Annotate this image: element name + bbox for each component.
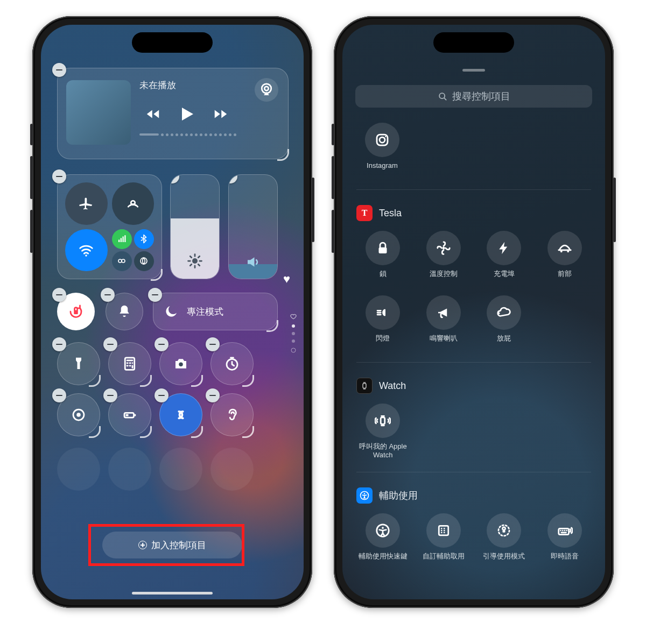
gallery-item-label: 放屁 <box>497 334 511 349</box>
empty-slot[interactable] <box>159 448 202 491</box>
gallery-item-fart[interactable]: 放屁 <box>476 295 532 349</box>
gallery-item-assistive-access[interactable]: 自訂輔助取用 <box>416 513 472 567</box>
svg-point-24 <box>380 137 385 143</box>
empty-slot[interactable] <box>57 448 100 491</box>
cellular-button[interactable] <box>112 229 132 249</box>
remove-icon[interactable] <box>206 337 220 351</box>
volume-slider[interactable] <box>228 174 278 279</box>
gallery-item-horn[interactable]: 鳴響喇叭 <box>416 295 472 349</box>
resize-handle-icon[interactable] <box>191 426 203 438</box>
screen-record-button[interactable] <box>57 393 100 436</box>
airdrop-button[interactable] <box>112 182 155 225</box>
satellite-button[interactable] <box>134 251 154 271</box>
resize-handle-icon[interactable] <box>242 426 254 438</box>
gallery-item-ping-watch[interactable]: 呼叫我的 Apple Watch <box>355 404 411 459</box>
rewind-icon[interactable] <box>145 106 161 122</box>
empty-slot[interactable] <box>210 448 254 491</box>
hearing-button[interactable] <box>210 393 254 436</box>
shazam-button[interactable] <box>159 393 202 436</box>
empty-slot-row <box>57 448 254 491</box>
search-input[interactable]: 搜尋控制項目 <box>355 85 592 108</box>
svg-point-3 <box>86 254 88 257</box>
home-indicator[interactable] <box>132 592 213 595</box>
resize-handle-icon[interactable] <box>266 320 278 332</box>
accessibility-icon <box>375 522 391 539</box>
now-playing-tile[interactable]: 未在播放 <box>57 68 289 159</box>
hotspot-button[interactable] <box>112 251 132 271</box>
resize-handle-icon[interactable] <box>89 375 101 387</box>
svg-rect-20 <box>135 414 136 416</box>
plus-icon <box>138 541 147 549</box>
remove-icon[interactable] <box>103 388 117 402</box>
low-power-button[interactable] <box>108 393 151 436</box>
shazam-icon <box>173 407 189 423</box>
airplane-mode-button[interactable] <box>65 182 108 225</box>
airplay-button[interactable] <box>255 78 278 102</box>
resize-handle-icon[interactable] <box>89 426 101 438</box>
remove-icon[interactable] <box>206 388 220 402</box>
divider <box>356 472 591 472</box>
grid-icon <box>436 522 452 539</box>
timer-icon <box>224 356 240 372</box>
resize-handle-icon[interactable] <box>242 375 254 387</box>
cellular-icon <box>117 234 127 244</box>
favorites-icon[interactable]: ♥ <box>283 272 290 286</box>
resize-handle-icon[interactable] <box>140 375 152 387</box>
gallery-item-instagram[interactable]: Instagram <box>355 123 409 176</box>
remove-icon[interactable] <box>52 288 66 302</box>
empty-slot[interactable] <box>108 448 151 491</box>
svg-rect-26 <box>379 247 387 253</box>
dynamic-island <box>433 32 514 53</box>
svg-point-8 <box>118 259 122 263</box>
remove-icon[interactable] <box>52 63 66 77</box>
remove-icon[interactable] <box>52 388 66 402</box>
svg-point-28 <box>560 250 563 252</box>
remove-icon[interactable] <box>228 174 237 183</box>
remove-icon[interactable] <box>103 337 117 351</box>
add-control-button[interactable]: 加入控制項目 <box>102 532 242 558</box>
rotation-lock-button[interactable] <box>57 293 95 330</box>
wifi-button[interactable] <box>65 229 108 272</box>
gallery-item-guided-access[interactable]: 引導使用模式 <box>476 513 532 567</box>
remove-icon[interactable] <box>170 174 179 183</box>
remove-icon[interactable] <box>155 388 168 402</box>
forward-icon[interactable] <box>213 106 229 122</box>
resize-handle-icon[interactable] <box>151 269 163 281</box>
bluetooth-button[interactable] <box>134 229 154 249</box>
remove-icon[interactable] <box>52 337 66 351</box>
svg-rect-7 <box>124 235 125 242</box>
timer-button[interactable] <box>210 342 254 385</box>
gallery-item-lock[interactable]: 鎖 <box>355 231 411 285</box>
play-icon[interactable] <box>177 104 196 124</box>
gallery-item-flash[interactable]: 閃燈 <box>355 295 411 349</box>
record-icon <box>71 407 87 423</box>
resize-handle-icon[interactable] <box>140 426 152 438</box>
progress-dots <box>139 133 279 136</box>
remove-icon[interactable] <box>148 288 162 302</box>
gallery-item-live-speech[interactable]: 即時語音 <box>537 513 593 567</box>
silent-mode-button[interactable] <box>106 293 143 330</box>
calculator-button[interactable] <box>108 342 151 385</box>
gallery-item-climate[interactable]: 溫度控制 <box>416 231 472 285</box>
camera-button[interactable] <box>159 342 202 385</box>
svg-point-35 <box>382 527 384 529</box>
remove-icon[interactable] <box>52 169 66 183</box>
phone-left: 未在播放 <box>32 16 312 608</box>
remove-icon[interactable] <box>101 288 115 302</box>
connectivity-tile[interactable] <box>57 174 162 279</box>
svg-point-22 <box>439 93 445 98</box>
gallery-item-frunk[interactable]: 前部 <box>537 231 593 285</box>
resize-handle-icon[interactable] <box>191 375 203 387</box>
airplane-icon <box>78 195 94 211</box>
svg-point-29 <box>567 250 569 252</box>
flashlight-button[interactable] <box>57 342 100 385</box>
resize-handle-icon[interactable] <box>277 149 289 161</box>
page-indicator[interactable] <box>290 313 297 353</box>
gallery-item-charge[interactable]: 充電埠 <box>476 231 532 285</box>
remove-icon[interactable] <box>155 337 168 351</box>
divider <box>356 189 591 190</box>
focus-mode-button[interactable]: 專注模式 <box>153 293 278 330</box>
fan-icon <box>436 240 452 256</box>
gallery-item-ax-shortcut[interactable]: 輔助使用快速鍵 <box>355 513 411 567</box>
brightness-slider[interactable] <box>170 174 220 279</box>
